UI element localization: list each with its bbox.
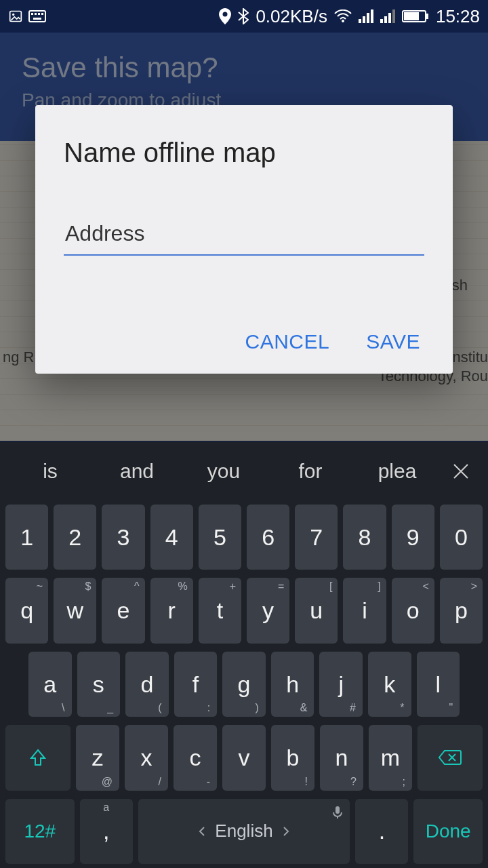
key-comma[interactable]: a , [80,799,133,864]
key-g[interactable]: g) [222,652,266,717]
key-backspace[interactable] [418,725,483,790]
key-t[interactable]: +t [199,578,241,643]
svg-rect-17 [392,9,395,23]
bluetooth-icon [238,8,249,24]
suggestion[interactable]: plea [354,460,441,483]
key-6[interactable]: 6 [247,505,289,570]
key-y[interactable]: =y [247,578,289,643]
signal-2-icon [380,9,395,23]
status-bar: 0.02KB/s 15:28 [0,0,488,33]
svg-rect-20 [426,14,428,19]
key-i[interactable]: ]i [343,578,386,643]
key-row-bottom: 12# a , English . Done [0,795,488,868]
key-row-zxcv: z@ x/ c- v b! n? m; [0,721,488,794]
key-7[interactable]: 7 [295,505,338,570]
svg-rect-11 [363,16,365,23]
svg-rect-14 [380,19,383,23]
key-l[interactable]: l" [417,652,460,717]
image-icon [8,9,23,23]
key-symbols[interactable]: 12# [5,799,75,864]
key-done[interactable]: Done [413,799,483,864]
suggestion[interactable]: and [94,460,180,483]
key-v[interactable]: v [222,725,266,790]
key-z[interactable]: z@ [76,725,119,790]
clock: 15:28 [436,6,480,27]
key-s[interactable]: s_ [77,652,121,717]
svg-point-1 [12,14,14,16]
signal-1-icon [359,9,373,23]
key-shift[interactable] [5,725,70,790]
key-5[interactable]: 5 [199,505,241,570]
svg-rect-2 [29,11,45,22]
key-p[interactable]: >p [440,578,483,643]
key-row-asdf: a\ s_ d( f: g) h& j# k* l" [0,648,488,721]
key-space[interactable]: English [138,799,350,864]
key-r[interactable]: %r [150,578,193,643]
offline-map-name-input[interactable] [64,217,424,256]
key-w[interactable]: $w [54,578,96,643]
svg-rect-3 [31,13,33,15]
svg-rect-6 [41,13,43,15]
close-suggestions-icon[interactable] [441,462,481,480]
battery-icon [402,9,429,23]
key-c[interactable]: c- [174,725,217,790]
svg-rect-7 [33,18,41,20]
mic-icon [332,803,343,824]
suggestion[interactable]: for [267,460,354,483]
location-icon [219,8,231,24]
data-rate: 0.02KB/s [256,6,327,27]
chevron-left-icon [199,826,205,837]
soft-keyboard: is and you for plea 1 2 3 4 5 6 7 8 9 0 … [0,442,488,868]
svg-rect-12 [367,13,369,23]
key-n[interactable]: n? [320,725,363,790]
cancel-button[interactable]: CANCEL [245,330,329,353]
key-j[interactable]: j# [319,652,363,717]
svg-rect-19 [404,12,419,20]
suggestion-bar: is and you for plea [0,442,488,500]
dialog-title: Name offline map [64,138,424,168]
key-8[interactable]: 8 [343,505,386,570]
svg-rect-13 [371,9,373,23]
key-f[interactable]: f: [174,652,218,717]
svg-rect-21 [336,806,340,814]
key-m[interactable]: m; [369,725,412,790]
key-period[interactable]: . [355,799,408,864]
svg-rect-16 [388,13,391,23]
keyboard-icon [28,10,46,22]
key-1[interactable]: 1 [5,505,48,570]
key-b[interactable]: b! [271,725,314,790]
key-row-numbers: 1 2 3 4 5 6 7 8 9 0 [0,500,488,574]
svg-rect-4 [35,13,37,15]
chevron-right-icon [283,826,289,837]
key-k[interactable]: k* [368,652,411,717]
key-3[interactable]: 3 [102,505,144,570]
suggestion[interactable]: is [7,460,94,483]
key-h[interactable]: h& [271,652,314,717]
svg-point-9 [342,20,344,22]
svg-point-8 [223,12,228,17]
key-x[interactable]: x/ [125,725,168,790]
key-0[interactable]: 0 [440,505,483,570]
key-e[interactable]: ^e [102,578,144,643]
key-a[interactable]: a\ [28,652,72,717]
key-4[interactable]: 4 [150,505,193,570]
key-2[interactable]: 2 [54,505,96,570]
key-q[interactable]: ~q [5,578,48,643]
wifi-icon [334,9,352,23]
suggestion[interactable]: you [180,460,267,483]
svg-rect-15 [384,16,387,23]
name-offline-map-dialog: Name offline map CANCEL SAVE [35,105,453,374]
svg-rect-5 [38,13,40,15]
key-u[interactable]: [u [295,578,338,643]
svg-rect-10 [359,19,361,23]
key-o[interactable]: <o [392,578,434,643]
key-d[interactable]: d( [125,652,169,717]
key-9[interactable]: 9 [392,505,434,570]
key-row-qwerty: ~q $w ^e %r +t =y [u ]i <o >p [0,574,488,647]
save-button[interactable]: SAVE [366,330,420,353]
